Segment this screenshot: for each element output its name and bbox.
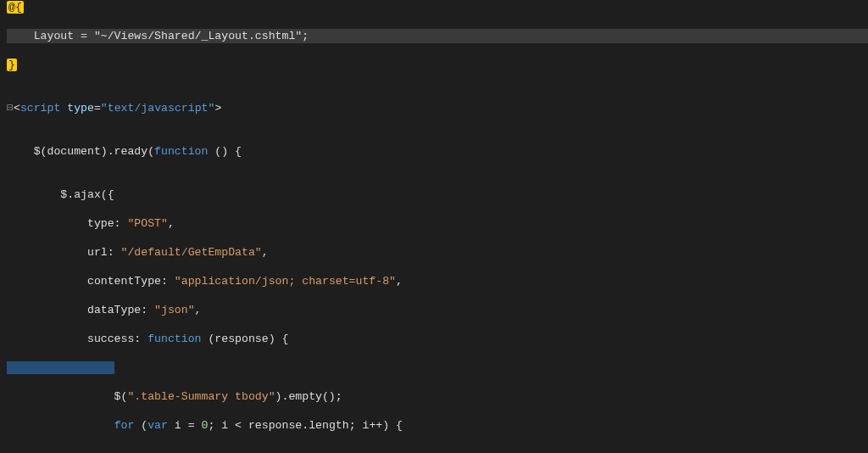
code-line: for (var i = 0; i < response.length; i++… (7, 418, 868, 433)
code-line (7, 361, 868, 375)
code-line: url: "/default/GetEmpData", (7, 245, 868, 260)
code-line: $.ajax({ (7, 187, 868, 202)
text-selection (7, 361, 114, 374)
code-line: $(document).ready(function () { (7, 144, 868, 159)
code-line: contentType: "application/json; charset=… (7, 274, 868, 288)
code-line: @{ (7, 0, 868, 14)
fold-marker[interactable]: ⊟ (7, 102, 14, 115)
code-line: success: function (response) { (7, 332, 868, 346)
code-line: Layout = "~/Views/Shared/_Layout.cshtml"… (7, 29, 868, 43)
code-line: } (7, 58, 868, 72)
code-line: $(".table-Summary tbody").empty(); (7, 389, 868, 404)
code-editor[interactable]: @{ Layout = "~/Views/Shared/_Layout.csht… (0, 0, 868, 453)
razor-close: } (7, 59, 17, 71)
code-line: dataType: "json", (7, 303, 868, 317)
code-line: type: "POST", (7, 216, 868, 231)
razor-open: @{ (7, 1, 24, 14)
code-line: ⊟<script type="text/javascript"> (7, 101, 868, 115)
